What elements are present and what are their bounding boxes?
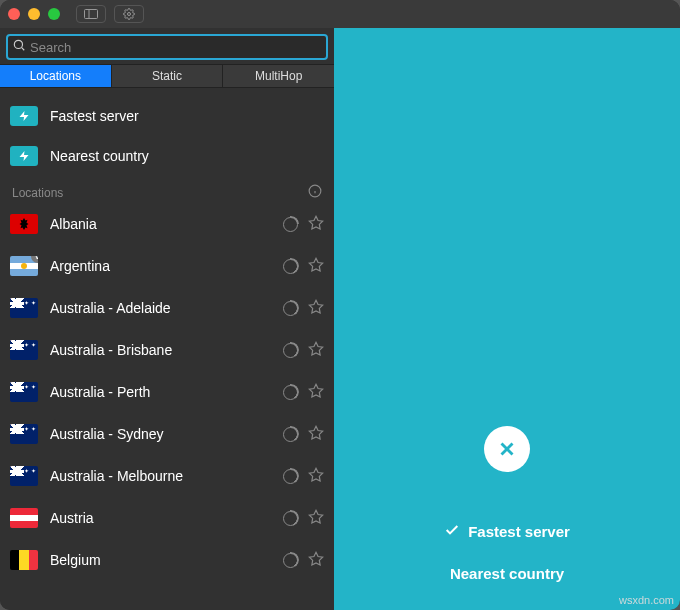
favorite-star-icon[interactable] [308, 467, 324, 486]
svg-marker-17 [309, 510, 322, 523]
watermark: wsxdn.com [619, 594, 674, 606]
location-row[interactable]: Belgium [0, 539, 334, 581]
connection-panel: Fastest server Nearest country [334, 28, 680, 610]
flag-icon [10, 382, 38, 402]
location-name: Australia - Brisbane [50, 342, 271, 358]
svg-marker-6 [20, 151, 29, 161]
svg-marker-5 [20, 111, 29, 121]
bolt-icon [10, 106, 38, 126]
load-indicator-icon [283, 343, 298, 358]
location-name: Argentina [50, 258, 271, 274]
load-indicator-icon [283, 469, 298, 484]
tab-static[interactable]: Static [112, 65, 224, 87]
locations-section-header: Locations [0, 180, 334, 203]
location-name: Belgium [50, 552, 271, 568]
info-icon[interactable] [308, 184, 322, 201]
quick-pick-label: Nearest country [50, 148, 149, 164]
location-row[interactable]: Australia - Melbourne [0, 455, 334, 497]
location-row[interactable]: Austria [0, 497, 334, 539]
load-indicator-icon [283, 217, 298, 232]
nearest-country-label: Nearest country [450, 565, 564, 582]
favorite-star-icon[interactable] [308, 257, 324, 276]
settings-button[interactable] [114, 5, 144, 23]
minimize-window-button[interactable] [28, 8, 40, 20]
nearest-country-option[interactable]: Nearest country [450, 552, 564, 594]
location-row[interactable]: Australia - Adelaide [0, 287, 334, 329]
load-indicator-icon [283, 553, 298, 568]
location-name: Austria [50, 510, 271, 526]
svg-marker-14 [309, 384, 322, 397]
svg-line-4 [22, 48, 25, 51]
favorite-star-icon[interactable] [308, 299, 324, 318]
flag-icon [10, 298, 38, 318]
tab-multihop[interactable]: MultiHop [223, 65, 334, 87]
sidebar: LocationsStaticMultiHop Fastest server N… [0, 28, 334, 610]
sidebar-toggle-button[interactable] [76, 5, 106, 23]
location-row[interactable]: Australia - Brisbane [0, 329, 334, 371]
location-name: Australia - Perth [50, 384, 271, 400]
location-row[interactable]: Australia - Sydney [0, 413, 334, 455]
location-row[interactable]: Albania [0, 203, 334, 245]
titlebar [0, 0, 680, 28]
load-indicator-icon [283, 259, 298, 274]
window-controls [8, 8, 60, 20]
flag-icon [10, 424, 38, 444]
disconnect-button[interactable] [484, 426, 530, 472]
search-icon [12, 38, 26, 56]
load-indicator-icon [283, 511, 298, 526]
svg-marker-15 [309, 426, 322, 439]
favorite-star-icon[interactable] [308, 551, 324, 570]
svg-point-3 [14, 40, 22, 48]
flag-icon [10, 508, 38, 528]
flag-icon [10, 550, 38, 570]
load-indicator-icon [283, 427, 298, 442]
svg-rect-0 [85, 10, 98, 19]
favorite-star-icon[interactable] [308, 509, 324, 528]
svg-marker-13 [309, 342, 322, 355]
location-name: Australia - Adelaide [50, 300, 271, 316]
quick-pick-fastest[interactable]: Fastest server [10, 96, 324, 136]
quick-pick-nearest[interactable]: Nearest country [10, 136, 324, 176]
app-window: LocationsStaticMultiHop Fastest server N… [0, 0, 680, 610]
location-name: Albania [50, 216, 271, 232]
favorite-star-icon[interactable] [308, 215, 324, 234]
location-name: Australia - Sydney [50, 426, 271, 442]
checkmark-icon [444, 522, 460, 541]
quick-pick-label: Fastest server [50, 108, 139, 124]
tab-locations[interactable]: Locations [0, 65, 112, 87]
selected-server-label: Fastest server [468, 523, 570, 540]
svg-marker-10 [309, 216, 322, 229]
load-indicator-icon [283, 385, 298, 400]
selected-server-option[interactable]: Fastest server [444, 510, 570, 552]
svg-marker-11 [309, 258, 322, 271]
favorite-star-icon[interactable] [308, 341, 324, 360]
location-row[interactable]: Australia - Perth [0, 371, 334, 413]
flag-icon [10, 340, 38, 360]
location-row[interactable]: V Argentina [0, 245, 334, 287]
close-window-button[interactable] [8, 8, 20, 20]
bolt-icon [10, 146, 38, 166]
favorite-star-icon[interactable] [308, 383, 324, 402]
load-indicator-icon [283, 301, 298, 316]
search-field[interactable] [6, 34, 328, 60]
svg-point-2 [128, 13, 131, 16]
locations-section-title: Locations [12, 186, 63, 200]
badge: V [31, 256, 38, 263]
svg-marker-16 [309, 468, 322, 481]
search-input[interactable] [26, 40, 322, 55]
tabs: LocationsStaticMultiHop [0, 64, 334, 88]
flag-icon [10, 214, 38, 234]
locations-list[interactable]: Albania V Argentina Australia - Adelaide… [0, 203, 334, 610]
zoom-window-button[interactable] [48, 8, 60, 20]
favorite-star-icon[interactable] [308, 425, 324, 444]
flag-icon [10, 466, 38, 486]
flag-icon: V [10, 256, 38, 276]
svg-marker-12 [309, 300, 322, 313]
svg-marker-18 [309, 552, 322, 565]
location-name: Australia - Melbourne [50, 468, 271, 484]
